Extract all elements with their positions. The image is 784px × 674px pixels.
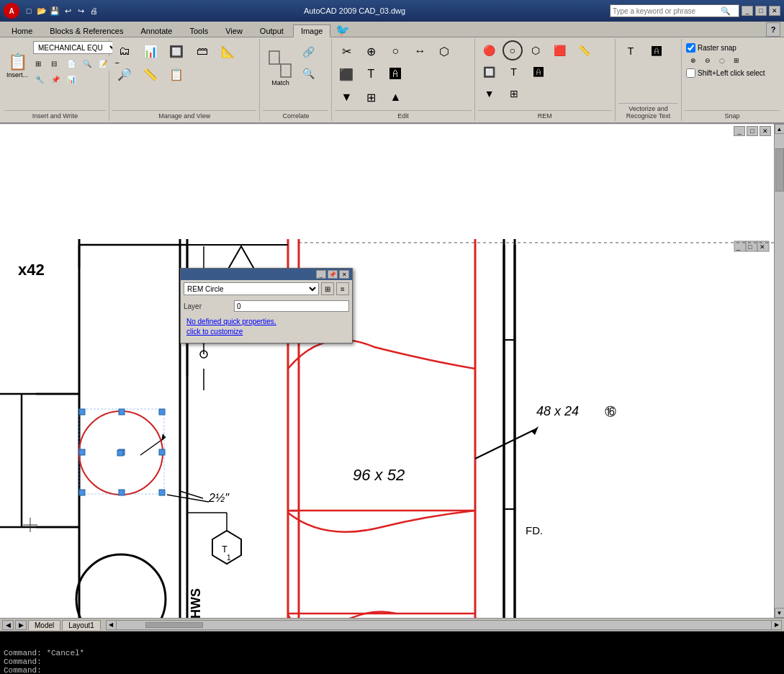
- edit-btn-5[interactable]: ⬡: [433, 40, 456, 62]
- help-button[interactable]: ?: [766, 22, 780, 37]
- edit-btn-1[interactable]: ✂: [335, 40, 358, 62]
- tab-image[interactable]: Image: [293, 24, 331, 37]
- info-icon[interactable]: 🐦: [335, 23, 350, 37]
- correlate-btn-2[interactable]: 🔍: [299, 63, 320, 84]
- manage-btn-1[interactable]: 🗂: [112, 40, 137, 62]
- scrollbar-vertical[interactable]: ▲ ▼: [774, 124, 784, 618]
- qp-layer-value[interactable]: [234, 300, 349, 312]
- edit-btn-7[interactable]: T: [359, 63, 382, 85]
- shift-click-option[interactable]: Shift+Left click select: [686, 68, 778, 78]
- tab-annotate[interactable]: Annotate: [132, 24, 180, 37]
- scroll-up-arrow[interactable]: ▲: [775, 124, 785, 134]
- scroll-down-arrow[interactable]: ▼: [775, 608, 785, 618]
- acad-logo[interactable]: A: [4, 3, 19, 19]
- rem-btn-7[interactable]: T: [503, 62, 526, 82]
- shift-click-checkbox[interactable]: [686, 68, 695, 78]
- qp-pin[interactable]: 📌: [328, 270, 338, 279]
- edit-btn-10[interactable]: ⊞: [359, 86, 382, 108]
- snap-btn-2[interactable]: ⊖: [702, 55, 715, 66]
- manage-btn-3[interactable]: 🔲: [164, 40, 189, 62]
- viewport-close[interactable]: ✕: [760, 126, 771, 136]
- vec-btn-1[interactable]: T: [618, 40, 643, 62]
- manage-btn-7[interactable]: 📏: [138, 63, 163, 85]
- layout-scroll-right[interactable]: ▶: [15, 620, 27, 630]
- btn-small-9[interactable]: 📊: [64, 72, 78, 86]
- manage-btn-6[interactable]: 🔎: [112, 63, 137, 85]
- viewport-minimize[interactable]: _: [734, 126, 745, 136]
- snap-btn-4[interactable]: ⊞: [731, 55, 744, 66]
- rem-btn-6[interactable]: 🔲: [478, 62, 501, 82]
- btn-small-2[interactable]: ⊟: [48, 56, 63, 71]
- qp-properties-btn[interactable]: ⊞: [321, 282, 334, 295]
- snap-btn-1[interactable]: ⊕: [688, 55, 700, 66]
- edit-btn-9[interactable]: ▼: [335, 86, 358, 108]
- layout-tab-model[interactable]: Model: [28, 620, 60, 630]
- close-button[interactable]: ✕: [769, 6, 780, 16]
- save-button[interactable]: 💾: [49, 5, 60, 17]
- correlate-btn-1[interactable]: 🔗: [299, 42, 320, 62]
- minimize-button[interactable]: _: [742, 6, 753, 16]
- search-input[interactable]: [613, 7, 721, 15]
- scroll-right-btn[interactable]: ▶: [771, 621, 781, 629]
- rem-btn-5[interactable]: 📏: [573, 40, 596, 60]
- maximize-button[interactable]: □: [755, 6, 767, 16]
- match-button[interactable]: Match: [263, 40, 297, 94]
- tab-view[interactable]: View: [217, 24, 251, 37]
- qp-scroll-btn[interactable]: ≡: [336, 282, 349, 295]
- open-button[interactable]: 📂: [36, 5, 48, 17]
- search-bar[interactable]: 🔍: [610, 4, 739, 17]
- edit-btn-6[interactable]: ⬛: [335, 63, 358, 85]
- raster-snap-option[interactable]: Raster snap: [686, 43, 778, 53]
- btn-small-8[interactable]: 📌: [48, 72, 63, 86]
- rem-btn-2[interactable]: ○: [503, 40, 523, 60]
- viewport-maximize[interactable]: □: [747, 126, 758, 136]
- undo-button[interactable]: ↩: [62, 5, 73, 17]
- redo-button[interactable]: ↪: [75, 5, 86, 17]
- edit-btn-8[interactable]: 🅰: [384, 63, 407, 85]
- btn-small-7[interactable]: 🔧: [32, 72, 47, 86]
- vec-btn-2[interactable]: 🅰: [644, 40, 669, 62]
- command-area[interactable]: Command: *Cancel* Command: Command:: [0, 632, 784, 674]
- rem-btn-8[interactable]: 🅰: [527, 62, 550, 82]
- block-dropdown[interactable]: MECHANICAL EQU: [33, 41, 120, 54]
- btn-small-1[interactable]: ⊞: [32, 56, 47, 71]
- edit-btn-2[interactable]: ⊕: [359, 40, 382, 62]
- layout-tab-layout1[interactable]: Layout1: [62, 620, 101, 630]
- qp-minimize[interactable]: _: [316, 270, 326, 279]
- btn-small-5[interactable]: 📝: [96, 56, 110, 71]
- new-button[interactable]: □: [23, 5, 35, 17]
- manage-btn-5[interactable]: 📐: [216, 40, 240, 62]
- manage-btn-4[interactable]: 🗃: [190, 40, 215, 62]
- print-button[interactable]: 🖨: [88, 5, 99, 17]
- qp-customize-link[interactable]: No defined quick properties,click to cus…: [184, 314, 349, 340]
- tab-home[interactable]: Home: [4, 24, 40, 37]
- qp-close[interactable]: ✕: [339, 270, 349, 279]
- manage-btn-8[interactable]: 📋: [164, 63, 189, 85]
- qp-object-dropdown[interactable]: REM Circle: [184, 282, 319, 295]
- edit-btn-3[interactable]: ○: [384, 40, 407, 62]
- insert-button[interactable]: 📋 Insert...: [4, 40, 30, 91]
- btn-small-3[interactable]: 📄: [64, 56, 78, 71]
- scroll-left-btn[interactable]: ◀: [107, 621, 117, 629]
- edit-btn-4[interactable]: ↔: [408, 40, 431, 62]
- help-icon[interactable]: ?: [766, 22, 780, 37]
- btn-small-4[interactable]: 🔍: [80, 56, 94, 71]
- tab-output[interactable]: Output: [252, 24, 292, 37]
- manage-btn-2[interactable]: 📊: [138, 40, 163, 62]
- scroll-thumb-v[interactable]: [775, 148, 784, 192]
- tab-tools[interactable]: Tools: [182, 24, 217, 37]
- scroll-thumb-h[interactable]: [145, 622, 203, 628]
- drawing-canvas[interactable]: x42 P 4 2½": [0, 124, 784, 618]
- rem-btn-3[interactable]: ⬡: [524, 40, 547, 60]
- rem-btn-10[interactable]: ⊞: [503, 84, 526, 104]
- rem-btn-1[interactable]: 🔴: [478, 40, 501, 60]
- scrollbar-horizontal[interactable]: ◀ ▶: [106, 620, 782, 630]
- raster-snap-checkbox[interactable]: [686, 43, 695, 53]
- rem-btn-9[interactable]: ▼: [478, 84, 501, 104]
- layout-scroll-left[interactable]: ◀: [2, 620, 14, 630]
- edit-btn-11[interactable]: ▲: [384, 86, 407, 108]
- snap-btn-3[interactable]: ◌: [716, 55, 729, 66]
- rem-btn-4[interactable]: 🟥: [549, 40, 572, 60]
- canvas-area[interactable]: x42 P 4 2½": [0, 124, 784, 618]
- tab-blocks-references[interactable]: Blocks & References: [42, 24, 131, 37]
